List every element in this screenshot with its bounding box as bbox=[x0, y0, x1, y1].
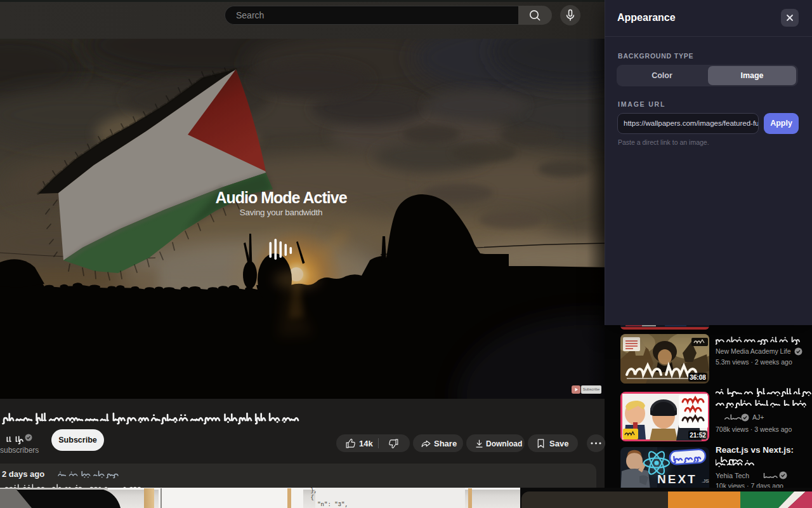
svg-text:.JS: .JS bbox=[702, 478, 709, 484]
svg-text:21:52: 21:52 bbox=[690, 432, 706, 439]
svg-text:NEXT: NEXT bbox=[657, 472, 697, 486]
svg-text:36:08: 36:08 bbox=[690, 374, 706, 381]
